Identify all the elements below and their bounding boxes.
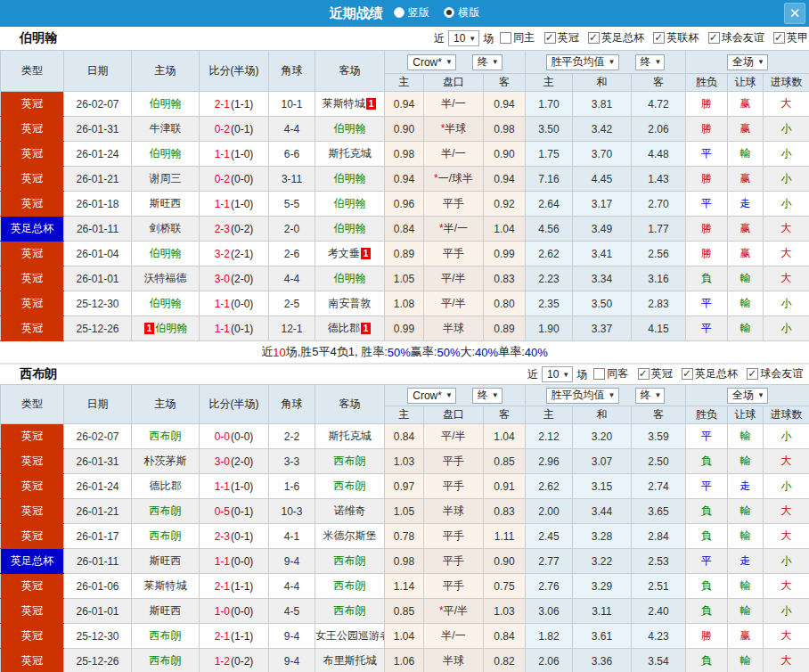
corner-cell: 5-5 bbox=[269, 192, 315, 217]
bookmaker-select[interactable]: Crow*▼ bbox=[407, 54, 456, 70]
home-team-name: 西布朗 bbox=[150, 629, 182, 642]
chevron-down-icon: ▼ bbox=[445, 391, 453, 399]
fulltime-score: 1-0 bbox=[215, 605, 230, 618]
handicap-line: 半/一 bbox=[444, 222, 468, 234]
radio-icon[interactable] bbox=[444, 7, 454, 18]
home-team-name: 莱斯特城 bbox=[144, 579, 187, 592]
checkbox-icon[interactable] bbox=[682, 368, 693, 380]
filter-checkbox[interactable]: 同客 bbox=[593, 366, 628, 381]
away-team-name: 布里斯托城 bbox=[323, 654, 377, 667]
wdl-result: 負 bbox=[701, 272, 712, 284]
score-cell: 1-2(0-2) bbox=[200, 649, 269, 672]
handicap-result-cell: 走 bbox=[728, 549, 764, 574]
final-odds-select[interactable]: 终▼ bbox=[472, 388, 503, 404]
radio-icon[interactable] bbox=[394, 7, 404, 18]
handicap-result: 赢 bbox=[740, 172, 751, 184]
filter-checkbox[interactable]: 同主 bbox=[500, 30, 535, 45]
corner-cell: 3-11 bbox=[269, 167, 315, 192]
scope-select[interactable]: 全场▼ bbox=[727, 54, 768, 70]
checkbox-icon[interactable] bbox=[588, 32, 600, 44]
filter-checkbox[interactable]: 英冠 bbox=[638, 366, 673, 381]
final-mean-select[interactable]: 终▼ bbox=[635, 388, 666, 404]
scope-select[interactable]: 全场▼ bbox=[727, 388, 768, 404]
wdl-result: 平 bbox=[701, 430, 712, 442]
mean-draw-cell: 3.29 bbox=[573, 574, 632, 599]
match-count-select[interactable]: 10▼ bbox=[542, 366, 573, 382]
goals-result-cell: 大 bbox=[764, 449, 809, 474]
mean-away-cell: 4.48 bbox=[632, 142, 686, 167]
handicap-result-cell: 輸 bbox=[728, 316, 764, 341]
home-odds-cell: 0.85 bbox=[385, 599, 424, 624]
home-odds-cell: 0.96 bbox=[385, 192, 424, 217]
match-row: 英冠 26-01-31 朴茨茅斯 3-0(2-0) 3-3 西布朗 1.03 平… bbox=[1, 449, 809, 474]
date-cell: 26-01-21 bbox=[64, 499, 132, 524]
score-cell: 2-3(0-1) bbox=[200, 524, 269, 549]
mean-select[interactable]: 胜平负均值▼ bbox=[546, 54, 619, 70]
halftime-score: (0-0) bbox=[231, 298, 253, 310]
filter-checkbox[interactable]: 英足总杯 bbox=[588, 30, 644, 45]
fulltime-score: 0-2 bbox=[215, 173, 230, 185]
handicap-line: 半/一 bbox=[441, 97, 465, 110]
filter-checkbox[interactable]: 英冠 bbox=[544, 30, 579, 45]
filter-checkbox[interactable]: 球会友谊 bbox=[747, 366, 803, 381]
wdl-result: 負 bbox=[701, 504, 712, 517]
match-count-select[interactable]: 10▼ bbox=[448, 30, 479, 46]
score-cell: 1-0(0-0) bbox=[200, 599, 269, 624]
goals-result: 大 bbox=[781, 529, 792, 542]
handicap-line-cell: *一/球半 bbox=[424, 167, 484, 192]
goals-result: 大 bbox=[781, 629, 792, 642]
checkbox-icon[interactable] bbox=[773, 32, 785, 44]
corner-cell: 12-1 bbox=[269, 316, 315, 341]
col-away: 客场 bbox=[315, 51, 385, 92]
handicap-line: 平手 bbox=[443, 247, 464, 259]
fulltime-score: 2-3 bbox=[215, 530, 230, 543]
checkbox-icon[interactable] bbox=[638, 368, 650, 380]
home-team-cell: 伯明翰 bbox=[132, 142, 200, 167]
final-odds-select[interactable]: 终▼ bbox=[472, 54, 503, 70]
view-mode-radio[interactable]: 竖版 bbox=[383, 5, 429, 20]
wdl-result-cell: 負 bbox=[686, 449, 728, 474]
mean-home-cell: 2.64 bbox=[526, 192, 573, 217]
view-mode-radio[interactable]: 横版 bbox=[433, 5, 479, 20]
score-cell: 2-1(1-1) bbox=[200, 92, 269, 117]
bookmaker-select[interactable]: Crow*▼ bbox=[407, 388, 456, 404]
score-cell: 0-2(0-1) bbox=[200, 117, 269, 142]
checkbox-icon[interactable] bbox=[708, 32, 720, 44]
halftime-score: (0-1) bbox=[231, 123, 253, 135]
col-odds-home: 主 bbox=[385, 74, 424, 92]
handicap-result: 輸 bbox=[740, 504, 751, 517]
mean-select[interactable]: 胜平负均值▼ bbox=[546, 388, 619, 404]
mean-away-cell: 2.06 bbox=[632, 117, 686, 142]
checkbox-icon[interactable] bbox=[500, 32, 511, 44]
final-mean-select[interactable]: 终▼ bbox=[635, 54, 666, 70]
league-type-cell: 英足总杯 bbox=[1, 549, 64, 574]
checkbox-icon[interactable] bbox=[653, 32, 665, 44]
wdl-result: 負 bbox=[701, 654, 712, 667]
fulltime-score: 1-1 bbox=[215, 555, 230, 568]
home-team-name: 斯旺西 bbox=[150, 197, 182, 209]
mean-away-cell: 3.16 bbox=[632, 266, 686, 291]
handicap-line-cell: 平手 bbox=[424, 192, 484, 217]
away-team-cell: 西布朗 bbox=[315, 474, 385, 499]
close-button[interactable]: ✕ bbox=[784, 3, 805, 24]
away-odds-cell: 1.04 bbox=[484, 217, 526, 242]
halftime-score: (0-1) bbox=[231, 323, 253, 335]
home-team-name: 西布朗 bbox=[150, 504, 182, 517]
match-row: 英冠 26-01-06 莱斯特城 2-1(1-1) 4-4 西布朗 1.14 平… bbox=[1, 574, 809, 599]
checkbox-icon[interactable] bbox=[544, 32, 556, 44]
home-team-name: 伯明翰 bbox=[150, 147, 182, 160]
filter-checkbox[interactable]: 英联杯 bbox=[653, 30, 699, 45]
filter-checkbox[interactable]: 球会友谊 bbox=[708, 30, 764, 45]
mean-home-cell: 2.62 bbox=[526, 242, 573, 266]
goals-result-cell: 小 bbox=[764, 167, 809, 192]
away-team-name: 西布朗 bbox=[334, 579, 366, 592]
mean-home-cell: 2.77 bbox=[526, 549, 573, 574]
filter-checkbox[interactable]: 英甲 bbox=[773, 30, 808, 45]
filter-checkbox[interactable]: 英足总杯 bbox=[682, 366, 738, 381]
checkbox-icon[interactable] bbox=[747, 368, 758, 380]
matches-label: 场 bbox=[576, 367, 587, 382]
corner-cell: 4-4 bbox=[269, 574, 315, 599]
league-type-cell: 英冠 bbox=[1, 449, 64, 474]
checkbox-icon[interactable] bbox=[593, 368, 605, 380]
summary-segment: 赢率: bbox=[411, 344, 437, 360]
